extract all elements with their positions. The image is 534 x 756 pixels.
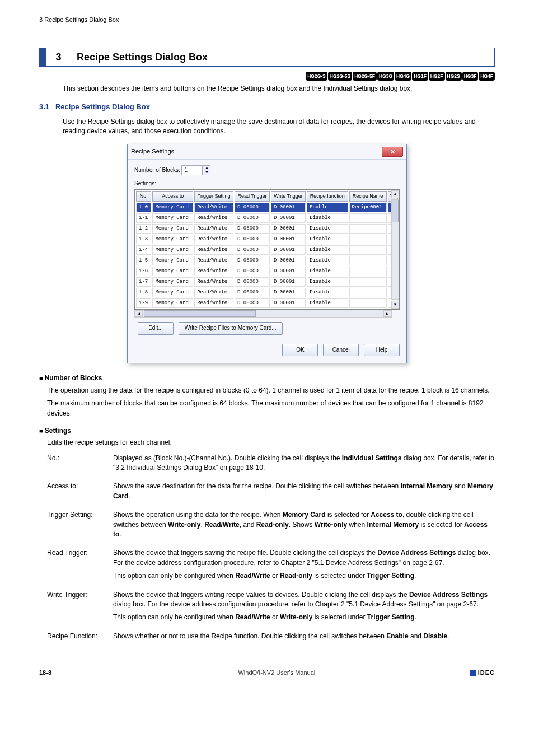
- scrollbar-down-icon[interactable]: ▼: [391, 301, 399, 309]
- table-cell[interactable]: [349, 288, 387, 297]
- table-cell[interactable]: [349, 277, 387, 287]
- help-button[interactable]: Help: [364, 344, 400, 357]
- grid-column-header[interactable]: Trigger Setting: [194, 191, 233, 202]
- table-cell[interactable]: D 00001: [271, 245, 306, 255]
- table-cell[interactable]: Disable: [307, 256, 348, 265]
- table-cell[interactable]: 1-9: [136, 298, 151, 308]
- table-cell[interactable]: D 00000: [235, 267, 270, 276]
- table-cell[interactable]: D 00000: [235, 288, 270, 297]
- table-cell[interactable]: D 00001: [271, 224, 306, 234]
- table-row[interactable]: 1-7Memory CardRead/WriteD 00000D 00001Di…: [136, 277, 398, 287]
- table-cell[interactable]: [349, 235, 387, 244]
- table-cell[interactable]: Read/Write: [194, 256, 233, 265]
- table-cell[interactable]: Memory Card: [152, 288, 193, 297]
- table-cell[interactable]: Memory Card: [152, 277, 193, 287]
- ok-button[interactable]: OK: [282, 344, 318, 357]
- blocks-input[interactable]: 1: [181, 165, 203, 175]
- table-cell[interactable]: 1-1: [136, 213, 151, 223]
- hscroll-right-icon[interactable]: ►: [383, 310, 391, 317]
- table-cell[interactable]: Read/Write: [194, 245, 233, 255]
- table-cell[interactable]: D 00000: [235, 298, 270, 308]
- table-cell[interactable]: Read/Write: [194, 235, 233, 244]
- table-cell[interactable]: D 00001: [271, 288, 306, 297]
- table-cell[interactable]: Disable: [307, 288, 348, 297]
- scroll-thumb[interactable]: [392, 200, 399, 222]
- table-cell[interactable]: D 00000: [235, 224, 270, 234]
- table-row[interactable]: 1-1Memory CardRead/WriteD 00000D 00001Di…: [136, 213, 398, 223]
- table-cell[interactable]: Memory Card: [152, 245, 193, 255]
- table-cell[interactable]: Read/Write: [194, 203, 233, 212]
- cancel-button[interactable]: Cancel: [323, 344, 359, 357]
- settings-grid[interactable]: No.Access toTrigger SettingRead TriggerW…: [134, 189, 400, 310]
- close-button[interactable]: ✕: [382, 147, 403, 157]
- table-cell[interactable]: Recipe0001: [349, 203, 387, 212]
- table-cell[interactable]: Memory Card: [152, 298, 193, 308]
- table-cell[interactable]: Memory Card: [152, 267, 193, 276]
- table-cell[interactable]: D 00001: [271, 213, 306, 223]
- write-recipe-files-button[interactable]: Write Recipe Files to Memory Card...: [179, 322, 283, 335]
- table-cell[interactable]: Disable: [307, 267, 348, 276]
- vertical-scrollbar[interactable]: [391, 199, 399, 300]
- grid-column-header[interactable]: Recipe function: [307, 191, 348, 202]
- table-cell[interactable]: Memory Card: [152, 235, 193, 244]
- hscroll-thumb[interactable]: [144, 310, 256, 317]
- table-row[interactable]: 1-2Memory CardRead/WriteD 00000D 00001Di…: [136, 224, 398, 234]
- table-cell[interactable]: Disable: [307, 298, 348, 308]
- table-cell[interactable]: 1-5: [136, 256, 151, 265]
- table-cell[interactable]: Disable: [307, 235, 348, 244]
- table-row[interactable]: 1-0Memory CardRead/WriteD 00000D 00001En…: [136, 203, 398, 212]
- table-cell[interactable]: Memory Card: [152, 256, 193, 265]
- table-cell[interactable]: D 00000: [235, 213, 270, 223]
- scrollbar-up-icon[interactable]: ▲: [391, 190, 399, 198]
- table-cell[interactable]: [349, 245, 387, 255]
- table-row[interactable]: 1-8Memory CardRead/WriteD 00000D 00001Di…: [136, 288, 398, 297]
- table-cell[interactable]: 1-7: [136, 277, 151, 287]
- table-cell[interactable]: D 00000: [235, 277, 270, 287]
- table-cell[interactable]: D 00000: [235, 256, 270, 265]
- table-cell[interactable]: 1-0: [136, 203, 151, 212]
- grid-column-header[interactable]: Write Trigger: [271, 191, 306, 202]
- table-cell[interactable]: D 00001: [271, 203, 306, 212]
- table-cell[interactable]: D 00000: [235, 235, 270, 244]
- table-cell[interactable]: D 00001: [271, 277, 306, 287]
- table-cell[interactable]: Enable: [307, 203, 348, 212]
- table-cell[interactable]: D 00000: [235, 245, 270, 255]
- table-cell[interactable]: Read/Write: [194, 267, 233, 276]
- table-cell[interactable]: 1-2: [136, 224, 151, 234]
- table-cell[interactable]: [349, 213, 387, 223]
- grid-column-header[interactable]: No.: [136, 191, 151, 202]
- table-cell[interactable]: Read/Write: [194, 224, 233, 234]
- table-cell[interactable]: Read/Write: [194, 288, 233, 297]
- table-cell[interactable]: D 00001: [271, 267, 306, 276]
- grid-column-header[interactable]: Read Trigger: [235, 191, 270, 202]
- table-cell[interactable]: Memory Card: [152, 224, 193, 234]
- table-cell[interactable]: D 00001: [271, 256, 306, 265]
- edit-button[interactable]: Edit...: [138, 322, 174, 335]
- table-cell[interactable]: Disable: [307, 277, 348, 287]
- table-cell[interactable]: [349, 224, 387, 234]
- horizontal-scrollbar[interactable]: ◄ ►: [134, 310, 392, 318]
- grid-column-header[interactable]: Access to: [152, 191, 193, 202]
- table-cell[interactable]: [349, 267, 387, 276]
- table-cell[interactable]: Disable: [307, 224, 348, 234]
- table-row[interactable]: 1-5Memory CardRead/WriteD 00000D 00001Di…: [136, 256, 398, 265]
- table-cell[interactable]: 1-4: [136, 245, 151, 255]
- table-cell[interactable]: D 00000: [235, 203, 270, 212]
- table-cell[interactable]: Disable: [307, 213, 348, 223]
- table-cell[interactable]: Read/Write: [194, 277, 233, 287]
- table-cell[interactable]: Disable: [307, 245, 348, 255]
- table-row[interactable]: 1-6Memory CardRead/WriteD 00000D 00001Di…: [136, 267, 398, 276]
- blocks-spinner[interactable]: ▲▼: [203, 165, 210, 175]
- table-cell[interactable]: D 00001: [271, 298, 306, 308]
- table-cell[interactable]: 1-6: [136, 267, 151, 276]
- table-cell[interactable]: [349, 298, 387, 308]
- table-cell[interactable]: D 00001: [271, 235, 306, 244]
- table-row[interactable]: 1-9Memory CardRead/WriteD 00000D 00001Di…: [136, 298, 398, 308]
- grid-column-header[interactable]: Recipe Name: [349, 191, 387, 202]
- table-cell[interactable]: Memory Card: [152, 203, 193, 212]
- table-cell[interactable]: 1-8: [136, 288, 151, 297]
- table-cell[interactable]: [349, 256, 387, 265]
- table-cell[interactable]: Read/Write: [194, 213, 233, 223]
- table-cell[interactable]: Memory Card: [152, 213, 193, 223]
- table-cell[interactable]: 1-3: [136, 235, 151, 244]
